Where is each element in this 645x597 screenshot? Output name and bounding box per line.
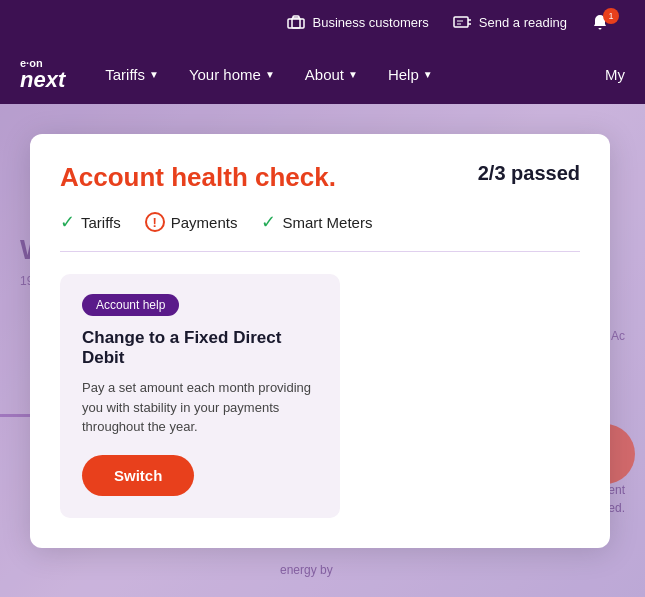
meter-icon bbox=[453, 12, 473, 32]
nav-about[interactable]: About ▼ bbox=[305, 66, 358, 83]
logo-next-text: next bbox=[20, 69, 65, 91]
nav-tariffs[interactable]: Tariffs ▼ bbox=[105, 66, 159, 83]
notification-bell[interactable]: 1 bbox=[591, 13, 625, 31]
nav-your-home-chevron: ▼ bbox=[265, 69, 275, 80]
check-tariffs-icon: ✓ bbox=[60, 211, 75, 233]
nav-tariffs-label: Tariffs bbox=[105, 66, 145, 83]
notification-count: 1 bbox=[603, 8, 619, 24]
modal-header: Account health check. 2/3 passed bbox=[60, 162, 580, 193]
nav-my-label: My bbox=[605, 66, 625, 83]
check-smart-meters-label: Smart Meters bbox=[282, 214, 372, 231]
check-tariffs: ✓ Tariffs bbox=[60, 211, 121, 233]
modal-title: Account health check. bbox=[60, 162, 336, 193]
nav-your-home-label: Your home bbox=[189, 66, 261, 83]
check-tariffs-label: Tariffs bbox=[81, 214, 121, 231]
svg-rect-1 bbox=[288, 19, 304, 28]
account-help-card: Account help Change to a Fixed Direct De… bbox=[60, 274, 340, 518]
check-smart-meters-icon: ✓ bbox=[261, 211, 276, 233]
inner-card-description: Pay a set amount each month providing yo… bbox=[82, 378, 318, 437]
modal-score: 2/3 passed bbox=[478, 162, 580, 185]
check-smart-meters: ✓ Smart Meters bbox=[261, 211, 372, 233]
switch-button[interactable]: Switch bbox=[82, 455, 194, 496]
svg-rect-2 bbox=[454, 17, 468, 27]
nav-bar: e·on next Tariffs ▼ Your home ▼ About ▼ … bbox=[0, 44, 645, 104]
nav-help[interactable]: Help ▼ bbox=[388, 66, 433, 83]
nav-about-label: About bbox=[305, 66, 344, 83]
send-reading-link[interactable]: Send a reading bbox=[453, 12, 567, 32]
account-help-badge: Account help bbox=[82, 294, 179, 316]
send-reading-label: Send a reading bbox=[479, 15, 567, 30]
logo[interactable]: e·on next bbox=[20, 58, 65, 91]
top-bar: Business customers Send a reading 1 bbox=[0, 0, 645, 44]
nav-my[interactable]: My bbox=[605, 66, 625, 83]
nav-help-chevron: ▼ bbox=[423, 69, 433, 80]
check-payments-label: Payments bbox=[171, 214, 238, 231]
business-customers-label: Business customers bbox=[312, 15, 428, 30]
health-check-modal: Account health check. 2/3 passed ✓ Tarif… bbox=[30, 134, 610, 548]
nav-tariffs-chevron: ▼ bbox=[149, 69, 159, 80]
nav-about-chevron: ▼ bbox=[348, 69, 358, 80]
check-payments-icon: ! bbox=[145, 212, 165, 232]
nav-help-label: Help bbox=[388, 66, 419, 83]
briefcase-icon bbox=[286, 12, 306, 32]
nav-your-home[interactable]: Your home ▼ bbox=[189, 66, 275, 83]
modal-checks: ✓ Tariffs ! Payments ✓ Smart Meters bbox=[60, 211, 580, 252]
inner-card-title: Change to a Fixed Direct Debit bbox=[82, 328, 318, 368]
check-payments: ! Payments bbox=[145, 211, 238, 233]
business-customers-link[interactable]: Business customers bbox=[286, 12, 428, 32]
